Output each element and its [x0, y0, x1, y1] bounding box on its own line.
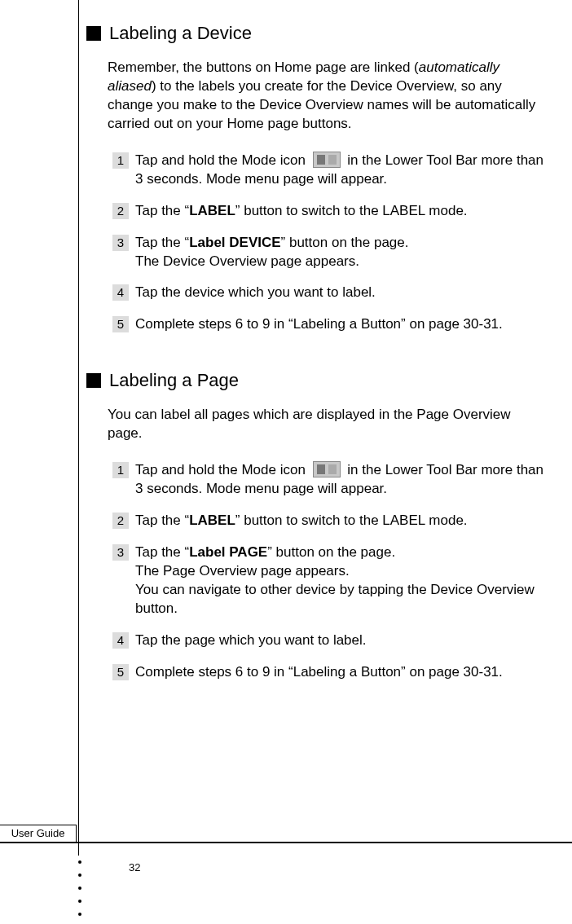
step-body: Tap the “LABEL” button to switch to the … [135, 202, 544, 221]
mode-icon [313, 461, 341, 477]
mode-icon [313, 152, 341, 168]
dot-icon [78, 900, 81, 903]
dot-icon [78, 873, 81, 877]
step-text-post: ” button on the page. [281, 235, 409, 250]
intro-text-pre: Remember, the buttons on Home page are l… [108, 59, 419, 75]
square-bullet-icon [86, 373, 101, 388]
user-guide-label: User Guide [0, 825, 77, 843]
step-body: Complete steps 6 to 9 in “Labeling a But… [135, 663, 544, 682]
page-number: 32 [129, 861, 140, 873]
steps-list-2: 1 Tap and hold the Mode icon in the Lowe… [112, 461, 544, 681]
step-text-line2: The Page Overview page appears. [135, 563, 350, 579]
step-item: 1 Tap and hold the Mode icon in the Lowe… [112, 461, 544, 499]
step-number: 2 [112, 203, 129, 219]
dot-icon [78, 860, 81, 864]
step-number: 3 [112, 235, 129, 251]
heading-labeling-page: Labeling a Page [86, 370, 544, 391]
step-item: 4 Tap the page which you want to label. [112, 631, 544, 650]
step-item: 5 Complete steps 6 to 9 in “Labeling a B… [112, 663, 544, 682]
section-labeling-page: Labeling a Page You can label all pages … [91, 370, 544, 681]
step-number: 4 [112, 632, 129, 649]
margin-rule [78, 0, 79, 856]
square-bullet-icon [86, 26, 101, 41]
step-item: 2 Tap the “LABEL” button to switch to th… [112, 512, 544, 530]
step-item: 3 Tap the “Label DEVICE” button on the p… [112, 234, 544, 271]
step-text-bold: LABEL [189, 203, 235, 218]
content-area: Labeling a Device Remember, the buttons … [91, 23, 544, 695]
step-body: Tap the device which you want to label. [135, 284, 544, 302]
step-text-bold: Label PAGE [189, 544, 267, 560]
step-text-pre: Tap the “ [135, 513, 189, 528]
heading-labeling-device: Labeling a Device [86, 23, 544, 44]
step-text-post: ” button to switch to the LABEL mode. [235, 513, 468, 528]
step-item: 3 Tap the “Label PAGE” button on the pag… [112, 543, 544, 618]
intro-paragraph: You can label all pages which are displa… [108, 406, 544, 443]
step-number: 3 [112, 544, 129, 561]
step-text-pre: Tap the “ [135, 203, 189, 218]
step-number: 4 [112, 284, 129, 301]
step-number: 5 [112, 316, 129, 332]
step-item: 4 Tap the device which you want to label… [112, 284, 544, 302]
intro-text-post: ) to the labels you create for the Devic… [108, 78, 535, 131]
step-item: 5 Complete steps 6 to 9 in “Labeling a B… [112, 315, 544, 334]
step-body: Complete steps 6 to 9 in “Labeling a But… [135, 315, 544, 334]
step-body: Tap the “LABEL” button to switch to the … [135, 512, 544, 530]
step-body: Tap the “Label DEVICE” button on the pag… [135, 234, 544, 271]
step-text-post: ” button on the page. [267, 544, 395, 560]
step-item: 1 Tap and hold the Mode icon in the Lowe… [112, 152, 544, 189]
step-number: 1 [112, 152, 129, 169]
step-number: 1 [112, 462, 129, 478]
intro-paragraph: Remember, the buttons on Home page are l… [108, 59, 544, 134]
footer-rule [0, 842, 572, 843]
footer-dots [78, 851, 81, 916]
step-body: Tap the page which you want to label. [135, 631, 544, 650]
step-item: 2 Tap the “LABEL” button to switch to th… [112, 202, 544, 221]
step-text-pre: Tap and hold the Mode icon [135, 152, 310, 168]
dot-icon [78, 913, 81, 916]
step-body: Tap and hold the Mode icon in the Lower … [135, 461, 544, 499]
step-number: 5 [112, 664, 129, 680]
steps-list-1: 1 Tap and hold the Mode icon in the Lowe… [112, 152, 544, 335]
step-text-pre: Tap the “ [135, 235, 189, 250]
dot-icon [78, 887, 81, 890]
step-text-post: ” button to switch to the LABEL mode. [235, 203, 468, 218]
step-body: Tap the “Label PAGE” button on the page.… [135, 543, 544, 618]
document-page: Labeling a Device Remember, the buttons … [0, 0, 572, 924]
heading-text: Labeling a Device [109, 23, 252, 44]
step-number: 2 [112, 513, 129, 529]
step-body: Tap and hold the Mode icon in the Lower … [135, 152, 544, 189]
heading-text: Labeling a Page [109, 370, 239, 391]
step-text-line2: The Device Overview page appears. [135, 253, 359, 269]
step-text-line3: You can navigate to other device by tapp… [135, 582, 535, 616]
step-text-pre: Tap the “ [135, 544, 189, 560]
step-text-pre: Tap and hold the Mode icon [135, 462, 310, 477]
step-text-bold: Label DEVICE [189, 235, 280, 250]
step-text-bold: LABEL [189, 513, 235, 528]
